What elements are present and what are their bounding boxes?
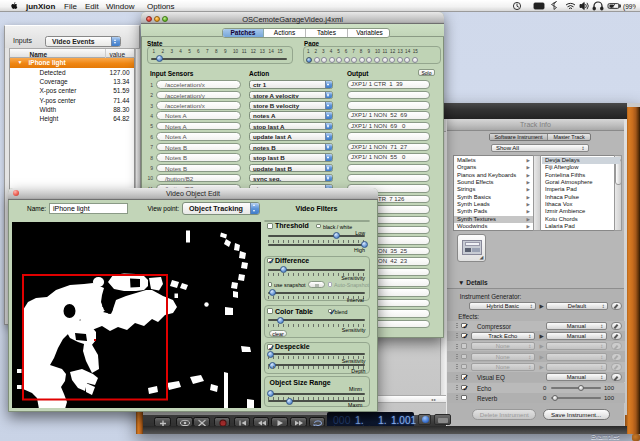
svg-text:(99%: (99% — [623, 3, 636, 11]
